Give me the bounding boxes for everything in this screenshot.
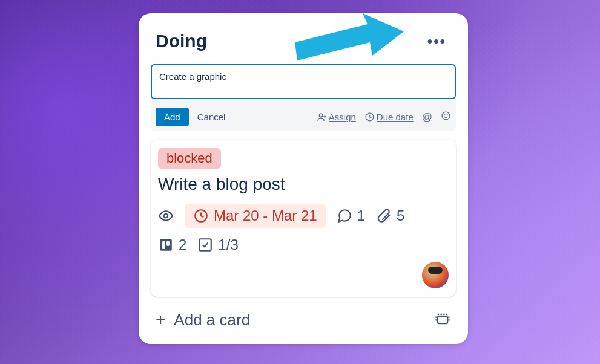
assign-label: Assign bbox=[329, 112, 356, 122]
due-date-text: Mar 20 - Mar 21 bbox=[214, 207, 317, 224]
attachments-count: 5 bbox=[397, 207, 404, 224]
svg-rect-9 bbox=[160, 239, 172, 251]
due-date-badge[interactable]: Mar 20 - Mar 21 bbox=[185, 204, 326, 228]
add-card-button[interactable]: + Add a card bbox=[156, 311, 250, 330]
svg-point-6 bbox=[447, 114, 447, 115]
plus-icon: + bbox=[156, 311, 165, 328]
svg-rect-12 bbox=[200, 239, 212, 251]
attachments-badge[interactable]: 5 bbox=[376, 207, 404, 224]
svg-point-5 bbox=[444, 114, 445, 115]
person-icon bbox=[317, 112, 327, 122]
checklist-badge[interactable]: 1/3 bbox=[197, 236, 238, 253]
comments-count: 1 bbox=[357, 207, 365, 224]
smile-icon bbox=[441, 111, 451, 121]
list-header: Doing ••• bbox=[151, 25, 456, 64]
svg-point-4 bbox=[442, 112, 450, 120]
template-icon bbox=[434, 310, 451, 327]
svg-rect-13 bbox=[438, 317, 447, 324]
checklist-icon bbox=[197, 237, 213, 253]
comments-badge[interactable]: 1 bbox=[337, 207, 365, 224]
member-avatar[interactable] bbox=[422, 262, 449, 288]
svg-rect-11 bbox=[166, 241, 170, 246]
svg-rect-10 bbox=[162, 241, 165, 249]
svg-point-0 bbox=[319, 114, 323, 117]
emoji-button[interactable] bbox=[441, 111, 451, 124]
checklist-text: 1/3 bbox=[218, 236, 238, 253]
due-date-button[interactable]: Due date bbox=[364, 112, 414, 122]
trello-attachments-count: 2 bbox=[179, 236, 186, 253]
card-template-button[interactable] bbox=[434, 310, 451, 330]
eye-icon bbox=[158, 208, 174, 224]
trello-icon bbox=[158, 237, 174, 253]
add-button[interactable]: Add bbox=[156, 108, 189, 126]
watch-badge[interactable] bbox=[158, 208, 174, 224]
list-title[interactable]: Doing bbox=[156, 31, 207, 51]
cancel-button[interactable]: Cancel bbox=[197, 112, 226, 122]
card-footer bbox=[158, 262, 449, 288]
list-panel: Doing ••• Add Cancel Assign Due date @ b… bbox=[139, 13, 468, 344]
due-date-label: Due date bbox=[377, 112, 414, 122]
assign-button[interactable]: Assign bbox=[317, 112, 356, 122]
speech-bubble-icon bbox=[337, 208, 352, 224]
clock-icon bbox=[193, 208, 209, 224]
card-label-blocked[interactable]: blocked bbox=[158, 148, 221, 169]
card-title-input[interactable] bbox=[151, 64, 456, 99]
list-menu-button[interactable]: ••• bbox=[423, 30, 451, 52]
mention-button[interactable]: @ bbox=[422, 111, 432, 123]
trello-attachments-badge[interactable]: 2 bbox=[158, 236, 186, 253]
list-footer: + Add a card bbox=[151, 297, 456, 330]
card-meta-row-2: 2 1/3 bbox=[158, 236, 449, 253]
card-meta-row-1: Mar 20 - Mar 21 1 5 bbox=[158, 204, 449, 228]
composer-toolbar: Add Cancel Assign Due date @ bbox=[151, 102, 456, 126]
card[interactable]: blocked Write a blog post Mar 20 - Mar 2… bbox=[151, 140, 456, 297]
card-title: Write a blog post bbox=[158, 175, 449, 194]
paperclip-icon bbox=[376, 208, 392, 224]
clock-icon bbox=[364, 112, 375, 122]
add-card-label: Add a card bbox=[174, 311, 250, 330]
svg-point-7 bbox=[164, 214, 168, 218]
card-composer: Add Cancel Assign Due date @ bbox=[151, 64, 456, 131]
